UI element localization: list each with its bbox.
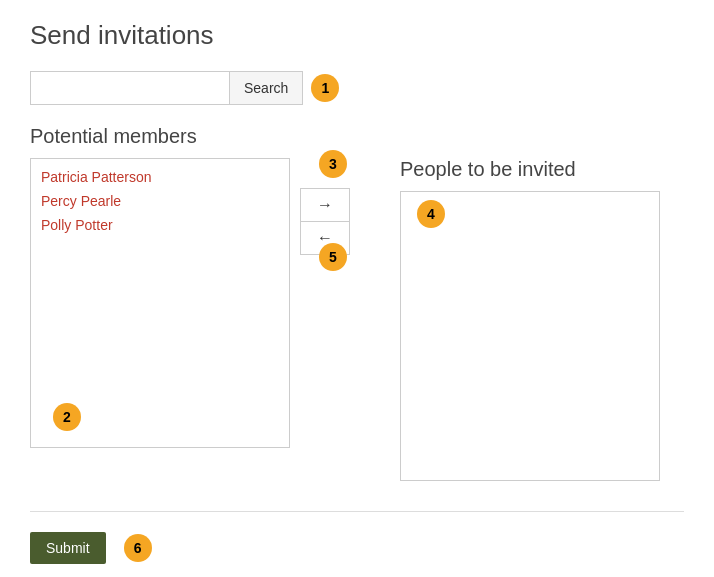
badge-5: 5 xyxy=(319,243,347,271)
badge-3: 3 xyxy=(319,150,347,178)
list-item[interactable]: Percy Pearle xyxy=(31,189,289,213)
invited-list: 4 xyxy=(400,191,660,481)
move-right-button[interactable]: → xyxy=(301,189,349,222)
potential-members-label: Potential members xyxy=(30,125,684,148)
search-button[interactable]: Search xyxy=(230,71,303,105)
invited-label: People to be invited xyxy=(400,158,660,181)
potential-members-list: Patricia Patterson Percy Pearle Polly Po… xyxy=(30,158,290,448)
list-item[interactable]: Polly Potter xyxy=(31,213,289,237)
search-input[interactable] xyxy=(30,71,230,105)
search-row: Search 1 xyxy=(30,71,684,105)
list-item[interactable]: Patricia Patterson xyxy=(31,165,289,189)
invited-list-wrapper: 4 xyxy=(400,191,660,481)
page-title: Send invitations xyxy=(30,20,684,51)
potential-members-wrapper: Patricia Patterson Percy Pearle Polly Po… xyxy=(30,158,290,448)
badge-4: 4 xyxy=(417,200,445,228)
divider xyxy=(30,511,684,512)
invited-section: People to be invited 4 xyxy=(400,158,660,481)
arrow-panel: 3 → ← 5 xyxy=(300,158,350,255)
badge-6: 6 xyxy=(124,534,152,562)
badge-2: 2 xyxy=(53,403,81,431)
badge-1: 1 xyxy=(311,74,339,102)
submit-button[interactable]: Submit xyxy=(30,532,106,564)
submit-row: Submit 6 xyxy=(30,532,684,564)
lists-container: Patricia Patterson Percy Pearle Polly Po… xyxy=(30,158,684,481)
